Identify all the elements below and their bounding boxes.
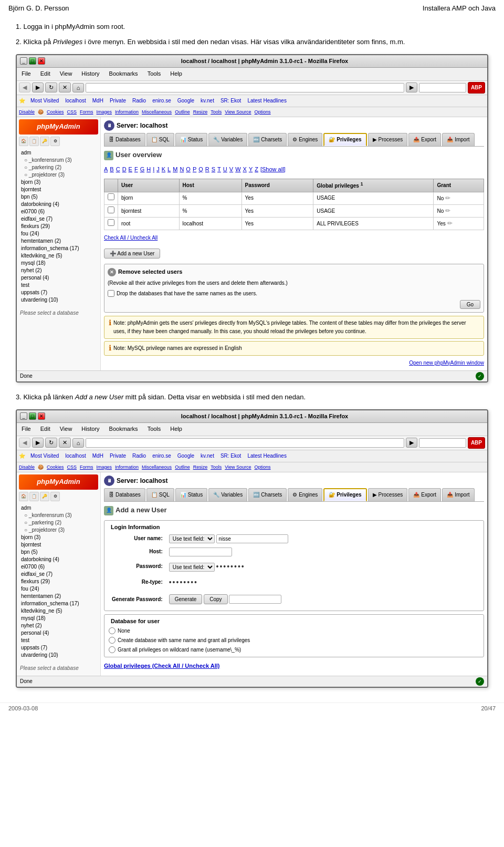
menu-help-2[interactable]: Help bbox=[169, 424, 184, 435]
sidebar2-item-eidfaxi[interactable]: eidfaxi_se (7) bbox=[19, 571, 98, 578]
bookmark-google-2[interactable]: Google bbox=[176, 451, 195, 461]
bookmark-mdh-2[interactable]: MdH bbox=[91, 451, 104, 461]
adblock-btn-2[interactable]: ABP bbox=[468, 437, 485, 449]
tab-engines-2[interactable]: ⚙ Engines bbox=[288, 488, 322, 501]
sidebar2-item-bjorntest[interactable]: bjorntest bbox=[19, 541, 98, 549]
check-all-link-1[interactable]: Check All / Uncheck All bbox=[104, 235, 158, 241]
sidebar2-item-ei0700[interactable]: ei0700 (6) bbox=[19, 563, 98, 571]
bookmark-google-1[interactable]: Google bbox=[176, 96, 195, 106]
bookmark-radio-2[interactable]: Radio bbox=[131, 451, 147, 461]
sidebar-item-konferensrum[interactable]: ○ _konferensrum (3) bbox=[19, 157, 98, 164]
ext-css-1[interactable]: CSS bbox=[67, 108, 77, 116]
bookmark-private-2[interactable]: Private bbox=[109, 451, 127, 461]
bookmark-srekot-1[interactable]: SR: Ekot bbox=[219, 96, 242, 106]
ext-options-1[interactable]: Options bbox=[255, 108, 271, 116]
forward-btn-1[interactable]: ▶ bbox=[32, 82, 44, 92]
copy-btn[interactable]: Copy bbox=[204, 594, 227, 604]
ext-images-2[interactable]: Images bbox=[97, 463, 112, 471]
minimize-btn-1[interactable]: _ bbox=[20, 57, 27, 65]
ext-misc-1[interactable]: Miscellaneous bbox=[142, 108, 172, 116]
menu-help-1[interactable]: Help bbox=[169, 69, 184, 79]
search-box-1[interactable]: phpmyadmin bbox=[419, 83, 466, 92]
sidebar2-item-nyhet[interactable]: nyhet (2) bbox=[19, 622, 98, 629]
ext-forms-2[interactable]: Forms bbox=[80, 463, 93, 471]
alpha-a[interactable]: A bbox=[104, 165, 108, 174]
maximize-btn-2[interactable]: □ bbox=[29, 412, 36, 420]
menu-bookmarks-2[interactable]: Bookmarks bbox=[108, 424, 140, 435]
sidebar-item-eidfaxi[interactable]: eidfaxi_se (7) bbox=[19, 215, 98, 223]
ext-css-2[interactable]: CSS bbox=[67, 463, 77, 471]
alpha-c[interactable]: C bbox=[116, 165, 120, 174]
alpha-s[interactable]: S bbox=[212, 165, 215, 174]
sidebar-item-kltedviking[interactable]: kltedviking_ne (5) bbox=[19, 252, 98, 260]
sidebar-item-bjorntest[interactable]: bjorntest bbox=[19, 186, 98, 193]
tab-engines-1[interactable]: ⚙ Engines bbox=[288, 133, 322, 146]
bookmark-mdh-1[interactable]: MdH bbox=[91, 96, 104, 106]
tab-processes-1[interactable]: ▶ Processes bbox=[368, 133, 408, 146]
open-window-link-1[interactable]: Open new phpMyAdmin window bbox=[104, 359, 484, 367]
sidebar-item-personal[interactable]: personal (4) bbox=[19, 274, 98, 282]
menu-bookmarks-1[interactable]: Bookmarks bbox=[108, 69, 140, 79]
sidebar2-item-hemtentamen[interactable]: hemtentamen (2) bbox=[19, 593, 98, 600]
ext-viewsource-2[interactable]: View Source bbox=[225, 463, 251, 471]
sidebar2-item-flexkurs[interactable]: flexkurs (29) bbox=[19, 578, 98, 585]
back-btn-2[interactable]: ◀ bbox=[19, 438, 30, 448]
bookmark-srekot-2[interactable]: SR: Ekot bbox=[219, 451, 242, 461]
sidebar-item-datorbokning[interactable]: datorbokning (4) bbox=[19, 201, 98, 208]
row-check-bjorntest[interactable] bbox=[108, 206, 114, 213]
window-controls-1[interactable]: _ □ ✕ bbox=[20, 57, 45, 65]
menu-view-2[interactable]: View bbox=[58, 424, 74, 435]
alpha-showall[interactable]: [Show all] bbox=[260, 165, 286, 174]
sidebar-item-utvardering[interactable]: utvardering (10) bbox=[19, 296, 98, 304]
tab-charsets-2[interactable]: 🔤 Charsets bbox=[248, 488, 287, 501]
sidebar-icon-sql[interactable]: 📋 bbox=[29, 137, 39, 146]
alpha-u[interactable]: U bbox=[223, 165, 227, 174]
alpha-w[interactable]: W bbox=[235, 165, 240, 174]
home-btn-2[interactable]: ⌂ bbox=[72, 438, 84, 448]
alpha-y[interactable]: Y bbox=[249, 165, 253, 174]
sidebar-item-flexkurs[interactable]: flexkurs (29) bbox=[19, 223, 98, 230]
sidebar-icon-sql2[interactable]: 📋 bbox=[29, 492, 39, 501]
bookmark-localhost-2[interactable]: localhost bbox=[64, 451, 87, 461]
tab-status-2[interactable]: 📊 Status bbox=[175, 488, 207, 501]
tab-processes-2[interactable]: ▶ Processes bbox=[368, 488, 408, 501]
password-type-select[interactable]: Use text field: bbox=[169, 563, 215, 572]
alpha-g[interactable]: G bbox=[140, 165, 145, 174]
sidebar2-item-fou[interactable]: fou (24) bbox=[19, 585, 98, 593]
sidebar-item-uppsats[interactable]: uppsats (7) bbox=[19, 289, 98, 296]
menu-edit-2[interactable]: Edit bbox=[39, 424, 52, 435]
sidebar-item-fou[interactable]: fou (24) bbox=[19, 230, 98, 237]
username-type-select[interactable]: Use text field: bbox=[169, 534, 215, 543]
adblock-btn-1[interactable]: ABP bbox=[468, 82, 485, 94]
row-check-root[interactable] bbox=[108, 219, 114, 226]
tab-variables-2[interactable]: 🔧 Variables bbox=[208, 488, 247, 501]
tab-privileges-1[interactable]: 🔐 Privileges bbox=[323, 133, 366, 146]
bookmark-kvnet-1[interactable]: kv.net bbox=[200, 96, 215, 106]
ext-info-1[interactable]: Information bbox=[115, 108, 139, 116]
ext-outline-2[interactable]: Outline bbox=[175, 463, 190, 471]
sidebar2-item-utvardering[interactable]: utvardering (10) bbox=[19, 652, 98, 659]
sidebar-item-hemtentamen[interactable]: hemtentamen (2) bbox=[19, 237, 98, 245]
alpha-h[interactable]: H bbox=[146, 165, 151, 174]
bookmark-headlines-1[interactable]: Latest Headlines bbox=[246, 96, 288, 106]
alpha-t[interactable]: T bbox=[217, 165, 221, 174]
drop-db-check-1[interactable] bbox=[108, 290, 114, 297]
ext-forms-1[interactable]: Forms bbox=[80, 108, 93, 116]
row-check-bjorn[interactable] bbox=[108, 193, 114, 200]
alpha-n[interactable]: N bbox=[180, 165, 184, 174]
menu-file-2[interactable]: File bbox=[20, 424, 33, 435]
go-btn-1[interactable]: Go bbox=[460, 300, 480, 309]
sidebar2-item-personal[interactable]: personal (4) bbox=[19, 629, 98, 637]
sidebar-item-projektorer[interactable]: ○ _projektorer (3) bbox=[19, 171, 98, 179]
bookmark-most-visited-1[interactable]: Most Visited bbox=[29, 96, 60, 106]
sidebar2-item-mysql[interactable]: mysql (18) bbox=[19, 615, 98, 622]
tab-import-2[interactable]: 📥 Import bbox=[442, 488, 474, 501]
sidebar2-item-bjorn[interactable]: bjorn (3) bbox=[19, 534, 98, 541]
menu-edit-1[interactable]: Edit bbox=[39, 69, 52, 79]
reload-btn-2[interactable]: ↻ bbox=[45, 438, 57, 448]
alpha-p[interactable]: P bbox=[193, 165, 196, 174]
ext-viewsource-1[interactable]: View Source bbox=[225, 108, 251, 116]
sidebar-icon-priv2[interactable]: 🔑 bbox=[40, 492, 49, 501]
sidebar-icon-db[interactable]: 🏠 bbox=[19, 137, 28, 146]
tab-variables-1[interactable]: 🔧 Variables bbox=[208, 133, 247, 146]
